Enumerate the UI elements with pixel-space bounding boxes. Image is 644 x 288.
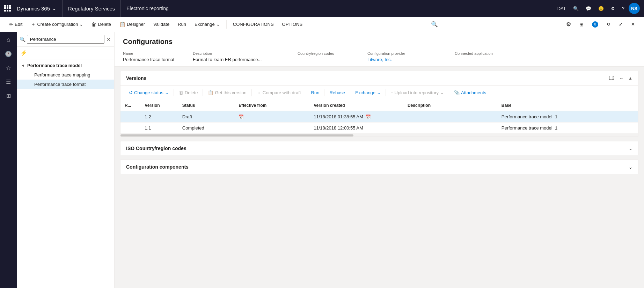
smiley-button[interactable]: 🙂 bbox=[595, 5, 607, 13]
cell-version-created: 11/18/2018 12:00:55 AM bbox=[309, 123, 403, 134]
col-version-created: Version created bbox=[309, 100, 403, 111]
get-this-version-button[interactable]: 📋 Get this version bbox=[205, 88, 249, 97]
tree-search-clear-button[interactable]: ✕ bbox=[106, 36, 111, 43]
run-version-button[interactable]: Run bbox=[308, 88, 322, 97]
scroll-thumb[interactable] bbox=[120, 134, 353, 136]
office-button[interactable]: ⊞ bbox=[576, 20, 587, 29]
config-country-label: Country/region codes bbox=[298, 51, 362, 56]
expand-icon: ◄ bbox=[21, 64, 25, 67]
cell-version: 1.1 bbox=[140, 123, 178, 134]
cell-status: Draft bbox=[178, 111, 234, 123]
designer-button[interactable]: 📋 Designer bbox=[116, 20, 148, 29]
compare-icon: ↔ bbox=[257, 90, 261, 95]
refresh-button[interactable]: ↻ bbox=[603, 20, 614, 29]
config-country-col: Country/region codes bbox=[298, 51, 367, 62]
main-layout: ⌂ 🕐 ☆ ☰ ⊞ 🔍 ✕ ⚡ ◄ Performance trace mode… bbox=[0, 32, 644, 288]
validate-button[interactable]: Validate bbox=[150, 20, 173, 29]
table-row[interactable]: 1.2 Draft 📅 11/18/2018 01:38:55 AM 📅 bbox=[120, 111, 638, 123]
cell-effective-from: 📅 bbox=[234, 111, 309, 123]
config-components-header[interactable]: Configuration components ⌄ bbox=[120, 160, 638, 174]
exchange-version-button[interactable]: Exchange ⌄ bbox=[352, 88, 383, 97]
calendar-icon[interactable]: 📅 bbox=[239, 115, 244, 119]
tree-filter-button[interactable]: ⚡ bbox=[20, 49, 28, 57]
settings-cmd-button[interactable]: ⚙ bbox=[563, 19, 575, 30]
config-name-col: Name Performance trace format bbox=[123, 51, 193, 62]
config-header: Configurations Name Performance trace fo… bbox=[115, 32, 644, 67]
module-name: Regulatory Services bbox=[63, 0, 121, 17]
ver-separator-3 bbox=[251, 89, 252, 96]
ver-separator-7 bbox=[386, 89, 386, 96]
run-button[interactable]: Run bbox=[174, 20, 190, 29]
base-link[interactable]: Performance trace model bbox=[502, 114, 552, 119]
favorites-icon[interactable]: ☆ bbox=[2, 61, 15, 74]
badge-button[interactable]: 0 bbox=[588, 19, 602, 30]
upload-into-repository-button[interactable]: ↑ Upload into repository ⌄ bbox=[388, 88, 447, 97]
config-name-label: Name bbox=[123, 51, 187, 56]
config-name-value: Performance trace format bbox=[123, 57, 187, 62]
delete-button[interactable]: 🗑 Delete bbox=[88, 20, 115, 29]
version-number: 1.2 bbox=[608, 76, 614, 81]
versions-collapse-icon[interactable]: ▲ bbox=[628, 76, 632, 81]
recent-icon[interactable]: 🕐 bbox=[2, 47, 15, 60]
cell-r bbox=[120, 123, 140, 134]
app-menu-button[interactable] bbox=[4, 5, 11, 12]
search-nav-button[interactable]: 🔍 bbox=[570, 5, 581, 13]
brand-chevron: ⌄ bbox=[52, 5, 57, 12]
close-button[interactable]: ✕ bbox=[628, 20, 638, 29]
config-description-label: Description bbox=[193, 51, 292, 56]
exchange-button[interactable]: Exchange ⌄ bbox=[191, 20, 224, 29]
config-components-chevron-icon[interactable]: ⌄ bbox=[629, 164, 632, 170]
iso-section-header[interactable]: ISO Country/region codes ⌄ bbox=[120, 141, 638, 155]
help-button[interactable]: ? bbox=[619, 5, 627, 13]
options-tab[interactable]: OPTIONS bbox=[279, 20, 306, 29]
edit-button[interactable]: ✏ Edit bbox=[6, 20, 26, 29]
tree-item-performance-trace-model[interactable]: ◄ Performance trace model bbox=[17, 61, 114, 70]
config-description-value: Format to learn ER performance... bbox=[193, 57, 292, 62]
cell-version: 1.2 bbox=[140, 111, 178, 123]
versions-table: R... Version Status Effective from Versi… bbox=[120, 100, 638, 134]
home-icon[interactable]: ⌂ bbox=[2, 34, 15, 46]
modules-icon[interactable]: ⊞ bbox=[2, 89, 15, 102]
rebase-button[interactable]: Rebase bbox=[327, 88, 348, 97]
versions-header-right: 1.2 -- ▲ bbox=[608, 76, 632, 81]
fullscreen-button[interactable]: ⤢ bbox=[615, 20, 626, 29]
col-base: Base bbox=[497, 100, 638, 111]
menu-icon[interactable]: ☰ bbox=[2, 75, 15, 88]
tree-content: ◄ Performance trace model Performance tr… bbox=[17, 59, 114, 288]
designer-icon: 📋 bbox=[119, 22, 125, 27]
versions-section-header[interactable]: Versions 1.2 -- ▲ bbox=[120, 71, 638, 86]
config-provider-value[interactable]: Litware, Inc. bbox=[367, 57, 449, 62]
configurations-tab[interactable]: CONFIGURATIONS bbox=[229, 20, 277, 29]
change-status-icon: ↺ bbox=[129, 90, 133, 95]
col-r: R... bbox=[120, 100, 140, 111]
tree-actions: ⚡ bbox=[17, 47, 114, 59]
tree-item-performance-trace-mapping[interactable]: Performance trace mapping bbox=[17, 70, 114, 80]
create-icon: ＋ bbox=[31, 21, 36, 28]
main-content: Configurations Name Performance trace fo… bbox=[115, 32, 644, 288]
cell-effective-from bbox=[234, 123, 309, 134]
ver-separator-5 bbox=[324, 89, 324, 96]
comment-button[interactable]: 💬 bbox=[583, 5, 594, 13]
delete-version-button[interactable]: 🗑 Delete bbox=[176, 88, 201, 97]
ver-separator-6 bbox=[350, 89, 350, 96]
exchange-chevron-icon: ⌄ bbox=[216, 22, 220, 27]
tree-search-icon: 🔍 bbox=[20, 37, 25, 42]
tree-search-input[interactable] bbox=[27, 35, 104, 44]
compare-with-draft-button[interactable]: ↔ Compare with draft bbox=[254, 88, 304, 97]
iso-chevron-icon[interactable]: ⌄ bbox=[629, 146, 632, 151]
horizontal-scrollbar[interactable] bbox=[120, 134, 638, 136]
brand[interactable]: Dynamics 365 ⌄ bbox=[15, 0, 63, 17]
calendar-created-icon[interactable]: 📅 bbox=[366, 115, 371, 119]
change-status-button[interactable]: ↺ Change status ⌄ bbox=[126, 88, 171, 97]
ver-separator-1 bbox=[174, 89, 174, 96]
user-avatar[interactable]: NS bbox=[629, 3, 640, 14]
create-configuration-button[interactable]: ＋ Create configuration ⌄ bbox=[27, 19, 87, 30]
config-connected-label: Connected application bbox=[455, 51, 519, 56]
versions-toolbar: ↺ Change status ⌄ 🗑 Delete 📋 Get this ve… bbox=[120, 86, 638, 100]
table-row[interactable]: 1.1 Completed 11/18/2018 12:00:55 AM Per… bbox=[120, 123, 638, 134]
command-search-button[interactable]: 🔍 bbox=[429, 19, 440, 30]
attachments-button[interactable]: 📎 Attachments bbox=[451, 88, 489, 97]
settings-button[interactable]: ⚙ bbox=[608, 5, 618, 13]
exchange-version-chevron: ⌄ bbox=[377, 90, 381, 95]
tree-item-performance-trace-format[interactable]: Performance trace format bbox=[17, 80, 114, 89]
